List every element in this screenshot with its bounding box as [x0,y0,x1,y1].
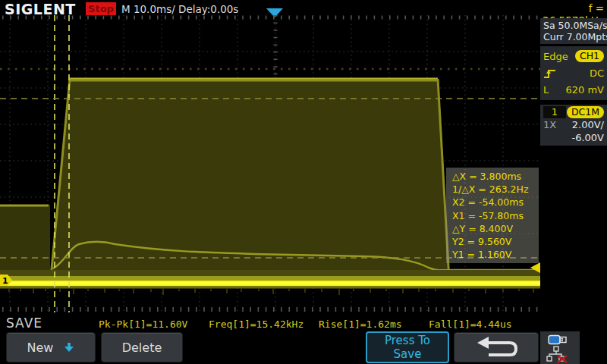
memory-depth: Curr 7.00Mpts [543,31,604,42]
cursor-y1: Y1 = 1.160V [452,248,539,261]
cursor-inv-delta-x: 1/△X = 263.2Hz [452,183,539,196]
trigger-type: Edge [543,51,568,62]
trigger-coupling: DC [590,67,604,79]
channel-number-badge: 1 [543,106,566,118]
measurement-fall: Fall[1]=4.44us [429,318,512,330]
channel1-panel[interactable]: 1 DC1M 1X 2.00V/ -6.00V [540,105,607,146]
channel-coupling-badge: DC1M [567,106,604,118]
delete-button[interactable]: Delete [101,332,183,362]
channel-probe: 1X [543,119,556,130]
cursor-x1: X1 = -57.80ms [452,209,539,222]
press-to-save-button[interactable]: Press To Save [366,331,449,363]
channel-scale: 2.00V/ [572,119,604,130]
timebase-readout[interactable]: M 10.0ms/ Delay:0.00s [121,3,238,15]
oscilloscope-screen: SIGLENT Stop M 10.0ms/ Delay:0.00s [0,0,607,364]
cursor-y2: Y2 = 9.560V [452,235,539,248]
usb-icon [548,334,568,345]
measurement-pkpk: Pk-Pk[1]=11.60V [99,318,187,330]
cursor-x2: X2 = -54.00ms [452,196,539,209]
new-button-label: New [27,340,54,355]
menu-title: SAVE [6,315,42,331]
return-arrow-icon [472,334,521,360]
measurement-freq: Freq[1]=15.42kHz [209,318,304,330]
rising-edge-icon [543,67,557,79]
dropdown-arrow-icon [64,342,74,353]
trigger-panel[interactable]: Edge CH1 DC L 620 mV [540,46,607,100]
back-button[interactable] [454,332,539,362]
new-button[interactable]: New [6,332,96,362]
cursor-readout-box: △X = 3.800ms 1/△X = 263.2Hz X2 = -54.00m… [446,168,539,263]
measurement-rise: Rise[1]=1.62ms [319,318,402,330]
delete-button-label: Delete [122,340,162,355]
save-button-line2: Save [394,347,422,361]
svg-text:1: 1 [2,276,8,286]
trigger-level-value: 620 mV [565,84,604,96]
run-state-badge[interactable]: Stop [86,2,116,15]
trigger-source-badge: CH1 [575,50,604,62]
waveform-display: 1 [0,15,540,312]
trigger-level-label: L [543,84,549,96]
save-button-line1: Press To [385,334,430,347]
io-status-panel [540,331,580,364]
cursor-delta-y: △Y = 8.400V [452,222,539,235]
lan-disconnected-icon [546,346,571,363]
sample-rate: Sa 50.0MSa/s [543,20,604,31]
acquisition-panel[interactable]: Sa 50.0MSa/s Curr 7.00Mpts [540,18,607,44]
channel-offset: -6.00V [571,132,604,143]
cursor-delta-x: △X = 3.800ms [452,170,539,183]
baseline-noise [9,288,533,295]
